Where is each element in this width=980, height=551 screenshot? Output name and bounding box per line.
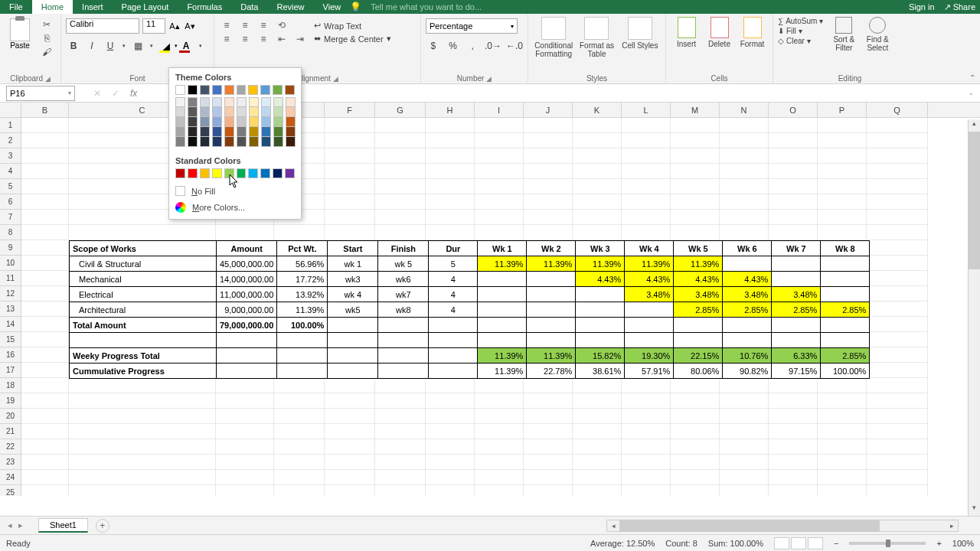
cell[interactable] xyxy=(867,439,928,455)
color-swatch[interactable] xyxy=(273,137,283,147)
row-header[interactable]: 9 xyxy=(0,240,21,256)
cell[interactable] xyxy=(274,378,325,393)
cell[interactable] xyxy=(867,347,928,363)
cell[interactable] xyxy=(818,164,867,179)
color-swatch[interactable] xyxy=(261,97,271,107)
color-swatch[interactable] xyxy=(273,117,283,127)
color-swatch[interactable] xyxy=(224,168,234,178)
clear-button[interactable]: ◇ Clear ▾ xyxy=(778,37,823,45)
clipboard-launcher[interactable]: ◢ xyxy=(45,75,51,83)
cell[interactable] xyxy=(426,164,475,179)
color-swatch[interactable] xyxy=(200,85,210,95)
cell[interactable] xyxy=(426,455,475,470)
color-swatch[interactable] xyxy=(224,107,234,117)
cell[interactable] xyxy=(475,210,524,225)
insert-cells-button[interactable]: Insert xyxy=(671,17,702,48)
cell[interactable] xyxy=(426,470,475,485)
cell[interactable] xyxy=(274,424,325,439)
color-swatch[interactable] xyxy=(237,85,247,95)
cell[interactable] xyxy=(524,148,573,164)
cell[interactable] xyxy=(69,439,216,455)
cell[interactable] xyxy=(867,210,928,225)
row-header[interactable]: 2 xyxy=(0,133,21,148)
cell[interactable] xyxy=(21,393,69,409)
cell[interactable] xyxy=(720,424,769,439)
color-swatch[interactable] xyxy=(175,85,185,95)
cell[interactable] xyxy=(375,118,426,133)
cell[interactable] xyxy=(769,378,818,393)
cell[interactable] xyxy=(325,470,375,485)
cell[interactable] xyxy=(475,133,524,148)
cell[interactable] xyxy=(818,409,867,424)
cell[interactable] xyxy=(769,439,818,455)
col-header[interactable]: B xyxy=(21,103,69,117)
color-swatch[interactable] xyxy=(237,117,247,127)
cell[interactable] xyxy=(475,470,524,485)
zoom-level[interactable]: 100% xyxy=(952,539,974,548)
number-format-select[interactable]: Percentage▾ xyxy=(426,18,518,34)
cell[interactable] xyxy=(867,485,928,496)
color-swatch[interactable] xyxy=(188,168,198,178)
cell[interactable] xyxy=(867,378,928,393)
cell[interactable] xyxy=(21,240,69,256)
color-swatch[interactable] xyxy=(188,107,198,117)
expand-formula-bar[interactable]: ⌄ xyxy=(969,90,980,96)
row-header[interactable]: 5 xyxy=(0,179,21,194)
zoom-slider[interactable] xyxy=(849,542,926,545)
tab-formulas[interactable]: Formulas xyxy=(178,0,231,14)
cell[interactable] xyxy=(21,256,69,271)
cell[interactable] xyxy=(720,225,769,240)
comma-format-button[interactable]: , xyxy=(465,38,480,54)
cell[interactable] xyxy=(524,485,573,496)
cell[interactable] xyxy=(573,409,622,424)
cell[interactable] xyxy=(720,393,769,409)
cell[interactable] xyxy=(524,210,573,225)
cell[interactable] xyxy=(867,424,928,439)
cell[interactable] xyxy=(769,393,818,409)
cell[interactable] xyxy=(426,225,475,240)
cell[interactable] xyxy=(21,317,69,332)
cell[interactable] xyxy=(867,164,928,179)
cell[interactable] xyxy=(325,378,375,393)
cell[interactable] xyxy=(524,455,573,470)
cell[interactable] xyxy=(818,439,867,455)
cell[interactable] xyxy=(720,148,769,164)
color-swatch[interactable] xyxy=(188,127,198,137)
cell[interactable] xyxy=(325,118,375,133)
color-swatch[interactable] xyxy=(286,137,296,147)
color-swatch[interactable] xyxy=(212,168,222,178)
cell[interactable] xyxy=(867,363,928,378)
cell[interactable] xyxy=(475,485,524,496)
cell[interactable] xyxy=(216,393,274,409)
cell[interactable] xyxy=(769,470,818,485)
col-header[interactable]: G xyxy=(375,103,426,117)
cut-button[interactable]: ✂ xyxy=(40,18,54,31)
cell[interactable] xyxy=(216,439,274,455)
cell[interactable] xyxy=(21,302,69,317)
color-swatch[interactable] xyxy=(237,137,247,147)
align-middle-button[interactable]: ≡ xyxy=(237,18,253,32)
cell[interactable] xyxy=(375,424,426,439)
color-swatch[interactable] xyxy=(285,85,295,95)
cell[interactable] xyxy=(573,378,622,393)
align-bottom-button[interactable]: ≡ xyxy=(256,18,271,32)
cell[interactable] xyxy=(573,225,622,240)
cell[interactable] xyxy=(375,409,426,424)
row-header[interactable]: 14 xyxy=(0,317,21,332)
cell[interactable] xyxy=(622,485,671,496)
cell[interactable] xyxy=(573,118,622,133)
cell[interactable] xyxy=(720,164,769,179)
cell[interactable] xyxy=(720,439,769,455)
borders-dropdown[interactable]: ▾ xyxy=(149,38,155,54)
col-header[interactable]: M xyxy=(671,103,720,117)
color-swatch[interactable] xyxy=(200,117,210,127)
color-swatch[interactable] xyxy=(200,97,210,107)
cell[interactable] xyxy=(69,424,216,439)
cell[interactable] xyxy=(524,424,573,439)
cell[interactable] xyxy=(671,470,720,485)
cell[interactable] xyxy=(622,118,671,133)
cell[interactable] xyxy=(274,470,325,485)
cell[interactable] xyxy=(818,179,867,194)
cell[interactable] xyxy=(769,485,818,496)
cell[interactable] xyxy=(69,455,216,470)
